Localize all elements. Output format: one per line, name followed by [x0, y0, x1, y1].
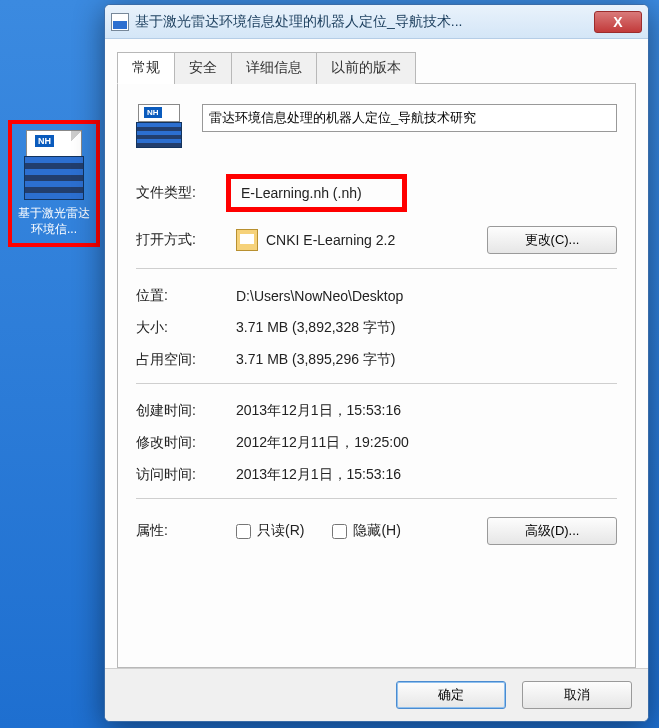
- tab-details[interactable]: 详细信息: [231, 52, 317, 84]
- label-modified: 修改时间:: [136, 434, 236, 452]
- cancel-button[interactable]: 取消: [522, 681, 632, 709]
- filetype-highlight: E-Learning.nh (.nh): [226, 174, 407, 212]
- page-icon: NH: [26, 130, 82, 158]
- client-area: 常规 安全 详细信息 以前的版本 NH 文件类型: E-Learning.nh …: [105, 39, 648, 668]
- app-icon: [236, 229, 258, 251]
- label-created: 创建时间:: [136, 402, 236, 420]
- label-accessed: 访问时间:: [136, 466, 236, 484]
- separator: [136, 383, 617, 384]
- value-location: D:\Users\NowNeo\Desktop: [236, 288, 617, 304]
- ok-button[interactable]: 确定: [396, 681, 506, 709]
- tab-previous-versions[interactable]: 以前的版本: [316, 52, 416, 84]
- separator: [136, 498, 617, 499]
- value-openwith: CNKI E-Learning 2.2 更改(C)...: [236, 226, 617, 254]
- tab-strip: 常规 安全 详细信息 以前的版本: [117, 51, 636, 84]
- value-created: 2013年12月1日，15:53:16: [236, 402, 617, 420]
- titlebar-icon: [111, 13, 129, 31]
- titlebar[interactable]: 基于激光雷达环境信息处理的机器人定位_导航技术... X: [105, 5, 648, 39]
- value-accessed: 2013年12月1日，15:53:16: [236, 466, 617, 484]
- value-modified: 2012年12月11日，19:25:00: [236, 434, 617, 452]
- dialog-footer: 确定 取消: [105, 668, 648, 721]
- label-size-on-disk: 占用空间:: [136, 351, 236, 369]
- readonly-label: 只读(R): [257, 522, 304, 540]
- change-button[interactable]: 更改(C)...: [487, 226, 617, 254]
- label-size: 大小:: [136, 319, 236, 337]
- value-size-on-disk: 3.71 MB (3,895,296 字节): [236, 351, 617, 369]
- value-size: 3.71 MB (3,892,328 字节): [236, 319, 617, 337]
- hidden-checkbox-input[interactable]: [332, 524, 347, 539]
- close-icon: X: [613, 14, 622, 30]
- desktop-icon-label: 基于激光雷达环境信...: [14, 206, 94, 237]
- label-attributes: 属性:: [136, 522, 236, 540]
- label-openwith: 打开方式:: [136, 231, 236, 249]
- advanced-button[interactable]: 高级(D)...: [487, 517, 617, 545]
- hidden-label: 隐藏(H): [353, 522, 400, 540]
- checkbox-readonly[interactable]: 只读(R): [236, 522, 304, 540]
- separator: [136, 268, 617, 269]
- properties-window: 基于激光雷达环境信息处理的机器人定位_导航技术... X 常规 安全 详细信息 …: [104, 4, 649, 722]
- window-title: 基于激光雷达环境信息处理的机器人定位_导航技术...: [135, 13, 594, 31]
- nh-badge: NH: [144, 107, 162, 118]
- readonly-checkbox-input[interactable]: [236, 524, 251, 539]
- page-icon: NH: [138, 104, 180, 122]
- label-location: 位置:: [136, 287, 236, 305]
- tab-body-general: NH 文件类型: E-Learning.nh (.nh) 打开方式: CNKI …: [117, 84, 636, 668]
- openwith-app-name: CNKI E-Learning 2.2: [266, 232, 395, 248]
- close-button[interactable]: X: [594, 11, 642, 33]
- nh-file-icon: NH: [24, 130, 84, 200]
- stack-icon: [136, 122, 182, 148]
- desktop-file-icon[interactable]: NH 基于激光雷达环境信...: [8, 120, 100, 247]
- value-filetype: E-Learning.nh (.nh): [236, 174, 617, 212]
- checkbox-hidden[interactable]: 隐藏(H): [332, 522, 400, 540]
- label-filetype: 文件类型:: [136, 184, 236, 202]
- tab-general[interactable]: 常规: [117, 52, 175, 84]
- filename-input[interactable]: [202, 104, 617, 132]
- file-type-icon: NH: [136, 104, 182, 148]
- stack-icon: [24, 156, 84, 200]
- nh-badge: NH: [35, 135, 54, 147]
- tab-security[interactable]: 安全: [174, 52, 232, 84]
